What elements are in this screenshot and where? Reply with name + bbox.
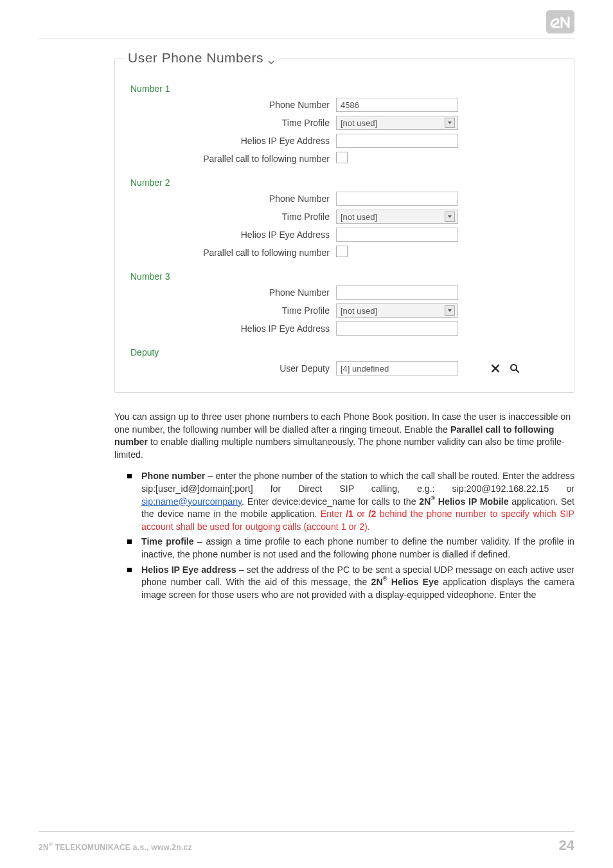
svg-point-0 xyxy=(511,365,517,370)
user-phone-numbers-panel: User Phone Numbers Number 1 Phone Number… xyxy=(114,59,574,393)
dropdown-arrow-icon xyxy=(445,118,455,128)
number3-timeprofile-select[interactable]: [not used] xyxy=(336,303,458,318)
number3-timeprofile-label: Time Profile xyxy=(130,305,336,316)
number2-eye-input[interactable] xyxy=(336,228,458,242)
number2-eye-label: Helios IP Eye Address xyxy=(130,230,336,240)
page-footer: 2N® TELEKOMUNIKACE a.s., www.2n.cz 24 xyxy=(39,831,574,854)
number3-timeprofile-value: [not used] xyxy=(341,306,377,316)
number3-heading: Number 3 xyxy=(130,271,558,282)
bullet-phone-t1: – enter the phone number of the station … xyxy=(141,471,574,494)
deputy-heading: Deputy xyxy=(130,347,558,357)
deputy-clear-button[interactable] xyxy=(489,362,502,375)
bullet-time-profile: Time profile – assign a time profile to … xyxy=(141,536,574,561)
bullet-time-text: – assign a time profile to each phone nu… xyxy=(141,536,574,559)
number1-parallel-label: Parallel call to following number xyxy=(130,154,336,164)
number2-phone-input[interactable] xyxy=(336,192,458,206)
number1-timeprofile-select[interactable]: [not used] xyxy=(336,116,458,130)
number3-phone-input[interactable] xyxy=(336,285,458,300)
footer-page-number: 24 xyxy=(559,837,574,854)
number1-eye-label: Helios IP Eye Address xyxy=(130,136,336,146)
sip-example-link[interactable]: sip:name@yourcompany xyxy=(141,496,242,507)
number2-parallel-label: Parallel call to following number xyxy=(130,248,336,258)
bullet-phone-red-b2: /2 xyxy=(369,509,377,519)
bullet-phone-brand: 2N xyxy=(419,496,431,507)
chevron-down-icon xyxy=(267,54,275,62)
number1-timeprofile-label: Time Profile xyxy=(130,118,336,128)
bullet-phone-number: Phone number – enter the phone number of… xyxy=(141,470,574,533)
number2-parallel-checkbox[interactable] xyxy=(336,246,348,257)
bullet-phone-red-a: Enter xyxy=(321,509,346,519)
number3-eye-input[interactable] xyxy=(336,321,458,336)
intro-paragraph: You can assign up to three user phone nu… xyxy=(114,411,574,461)
deputy-input[interactable] xyxy=(336,361,458,375)
dropdown-arrow-icon xyxy=(445,305,455,316)
deputy-label: User Deputy xyxy=(130,363,336,374)
number3-eye-label: Helios IP Eye Address xyxy=(130,323,336,334)
number1-phone-input[interactable] xyxy=(336,98,458,112)
bullet-eye-t2bold: Helios Eye xyxy=(387,577,438,587)
deputy-search-button[interactable] xyxy=(508,362,521,375)
bullet-helios-eye: Helios IP Eye address – set the address … xyxy=(141,564,574,602)
panel-legend[interactable]: User Phone Numbers xyxy=(124,50,280,66)
brand-logo xyxy=(546,10,574,33)
number2-timeprofile-value: [not used] xyxy=(341,212,377,222)
bullet-phone-t2: . Enter device:device_name for calls to … xyxy=(242,496,419,507)
intro-c: to enable dialling multiple numbers simu… xyxy=(114,437,565,460)
header-bar xyxy=(39,13,574,39)
number3-phone-label: Phone Number xyxy=(130,287,336,298)
footer-company: 2N® TELEKOMUNIKACE a.s., www.2n.cz xyxy=(39,843,192,852)
number1-heading: Number 1 xyxy=(130,84,558,94)
panel-title: User Phone Numbers xyxy=(128,50,263,66)
bullet-time-title: Time profile xyxy=(141,536,194,547)
bullet-eye-brand: 2N xyxy=(371,577,383,587)
bullet-phone-red-b1: /1 xyxy=(346,509,353,519)
number1-phone-label: Phone Number xyxy=(130,100,336,110)
bullet-phone-title: Phone number xyxy=(141,471,205,481)
bullet-phone-t3bold: Helios IP Mobile xyxy=(435,496,509,507)
dropdown-arrow-icon xyxy=(445,212,455,222)
number2-timeprofile-select[interactable]: [not used] xyxy=(336,210,458,224)
number1-parallel-checkbox[interactable] xyxy=(336,152,348,163)
number1-eye-input[interactable] xyxy=(336,134,458,148)
number1-timeprofile-value: [not used] xyxy=(341,118,377,128)
bullet-phone-red-mid: or xyxy=(353,509,369,519)
number2-heading: Number 2 xyxy=(130,177,558,188)
bullet-eye-title: Helios IP Eye address xyxy=(141,565,236,575)
number2-phone-label: Phone Number xyxy=(130,194,336,204)
number2-timeprofile-label: Time Profile xyxy=(130,212,336,222)
